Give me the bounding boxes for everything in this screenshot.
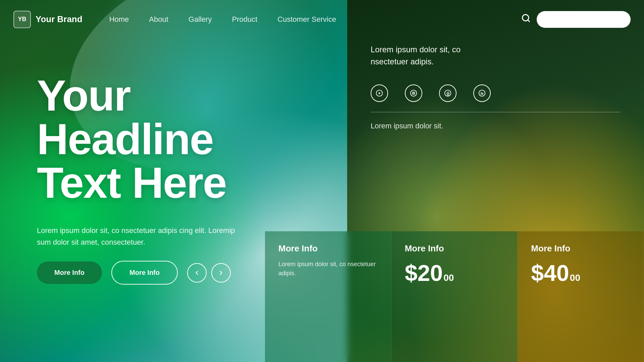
svg-point-4 (411, 90, 417, 96)
card-3: More Info $4000 (518, 231, 644, 362)
bottom-spacer (0, 231, 265, 362)
card-1: More Info Lorem ipsum dolor sit, co nsec… (265, 231, 391, 362)
facebook-icon[interactable] (439, 84, 457, 102)
nav-about[interactable]: About (149, 15, 168, 24)
svg-point-6 (413, 93, 414, 94)
cards-row: More Info Lorem ipsum dolor sit, co nsec… (265, 231, 644, 362)
card-2-price: $2000 (405, 260, 504, 286)
nav-customer-service[interactable]: Customer Service (277, 15, 336, 24)
sidebar-divider (371, 112, 621, 112)
nav-gallery[interactable]: Gallery (189, 15, 212, 24)
svg-marker-3 (379, 92, 381, 94)
sidebar-secondary-text: Lorem ipsum dolor sit. (371, 122, 621, 130)
brand-logo[interactable]: YB Your Brand (13, 11, 83, 28)
twitter-icon[interactable] (473, 84, 491, 102)
youtube-icon[interactable] (371, 84, 388, 102)
brand-name: Your Brand (36, 14, 83, 24)
card-3-title: More Info (531, 243, 630, 254)
card-2-price-cents: 00 (443, 273, 454, 283)
nav-home[interactable]: Home (109, 15, 129, 24)
card-1-title: More Info (278, 243, 378, 254)
brand-badge: YB (13, 11, 31, 28)
instagram-icon[interactable] (405, 84, 422, 102)
bottom-cards: More Info Lorem ipsum dolor sit, co nsec… (0, 231, 644, 362)
card-3-price-main: $40 (531, 260, 569, 286)
svg-rect-5 (412, 92, 415, 94)
card-2-price-main: $20 (405, 260, 443, 286)
nav-product[interactable]: Product (232, 15, 258, 24)
hero-headline: Your Headline Text Here (37, 74, 299, 204)
svg-point-7 (445, 90, 451, 96)
card-1-body: Lorem ipsum dolor sit, co nsectetuer adi… (278, 260, 378, 350)
sidebar-description: Lorem ipsum dolor sit, co nsectetuer adi… (371, 44, 478, 68)
social-icons (371, 84, 621, 102)
card-2-title: More Info (405, 243, 504, 254)
card-3-price-cents: 00 (570, 273, 580, 283)
card-2: More Info $2000 (391, 231, 518, 362)
card-3-price: $4000 (531, 260, 630, 286)
